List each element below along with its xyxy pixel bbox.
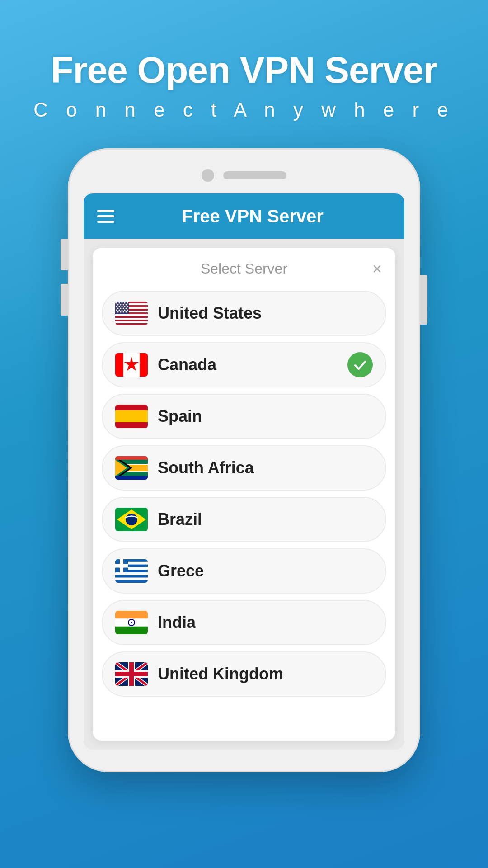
- phone-screen: Free VPN Server Select Server ×: [84, 193, 404, 750]
- svg-point-24: [123, 308, 124, 309]
- phone-top-bar: [77, 162, 411, 189]
- svg-rect-47: [115, 456, 148, 460]
- svg-point-10: [122, 302, 123, 304]
- phone-side-buttons-right: [420, 275, 427, 325]
- menu-button[interactable]: [97, 210, 114, 223]
- server-item-br[interactable]: Brazil: [102, 497, 386, 542]
- hamburger-line-1: [97, 210, 114, 212]
- app-title: Free VPN Server: [114, 206, 391, 226]
- svg-point-27: [119, 310, 120, 311]
- svg-point-9: [119, 302, 120, 304]
- hamburger-line-3: [97, 221, 114, 223]
- svg-point-33: [123, 311, 124, 313]
- server-name-in: India: [158, 613, 373, 632]
- phone-mockup: Free VPN Server Select Server ×: [68, 148, 420, 772]
- svg-rect-56: [115, 575, 148, 578]
- server-name-gr: Grece: [158, 561, 373, 580]
- svg-rect-60: [115, 564, 128, 568]
- svg-point-19: [122, 306, 123, 307]
- svg-rect-62: [115, 611, 148, 618]
- svg-rect-4: [115, 314, 148, 316]
- server-item-gr[interactable]: Grece: [102, 548, 386, 594]
- flag-in: [115, 611, 148, 634]
- svg-point-65: [131, 622, 132, 623]
- svg-point-23: [120, 308, 122, 309]
- flag-es: [115, 405, 148, 428]
- server-item-za[interactable]: South Africa: [102, 445, 386, 491]
- server-item-ca[interactable]: Canada: [102, 342, 386, 387]
- svg-rect-63: [115, 627, 148, 634]
- server-list: United States Canada: [93, 286, 395, 741]
- svg-point-22: [117, 308, 119, 309]
- svg-point-29: [124, 310, 126, 311]
- server-name-br: Brazil: [158, 510, 373, 529]
- svg-point-25: [126, 308, 127, 309]
- server-item-in[interactable]: India: [102, 600, 386, 645]
- flag-ca: [115, 353, 148, 377]
- svg-rect-74: [115, 672, 148, 676]
- flag-gr: [115, 559, 148, 583]
- svg-rect-6: [115, 321, 148, 323]
- app-headline: Free Open VPN Server: [33, 50, 455, 90]
- hamburger-line-2: [97, 215, 114, 217]
- svg-rect-36: [140, 353, 148, 377]
- svg-point-20: [124, 306, 126, 307]
- server-name-es: Spain: [158, 407, 373, 426]
- svg-rect-40: [115, 410, 148, 422]
- flag-za: [115, 456, 148, 480]
- svg-rect-48: [115, 476, 148, 480]
- svg-point-21: [127, 306, 128, 307]
- flag-us: [115, 302, 148, 325]
- svg-rect-57: [115, 580, 148, 583]
- svg-point-51: [126, 514, 137, 525]
- svg-point-8: [116, 302, 117, 304]
- volume-up-button[interactable]: [61, 239, 68, 270]
- svg-point-26: [116, 310, 117, 311]
- svg-point-30: [127, 310, 128, 311]
- volume-down-button[interactable]: [61, 284, 68, 316]
- server-name-us: United States: [158, 304, 373, 323]
- svg-point-31: [117, 311, 119, 313]
- server-name-gb: United Kingdom: [158, 665, 373, 684]
- svg-point-13: [117, 304, 119, 306]
- app-header-bar: Free VPN Server: [84, 193, 404, 239]
- svg-rect-5: [115, 318, 148, 320]
- svg-point-15: [123, 304, 124, 306]
- server-selection-modal: Select Server ×: [93, 248, 395, 741]
- svg-point-18: [119, 306, 120, 307]
- svg-point-16: [126, 304, 127, 306]
- svg-point-14: [120, 304, 122, 306]
- selected-badge-ca: [347, 352, 373, 377]
- server-name-za: South Africa: [158, 458, 373, 477]
- front-camera: [202, 169, 214, 182]
- modal-header: Select Server ×: [93, 248, 395, 286]
- svg-point-11: [124, 302, 126, 304]
- svg-point-32: [120, 311, 122, 313]
- modal-title: Select Server: [201, 260, 287, 277]
- server-item-us[interactable]: United States: [102, 291, 386, 336]
- close-button[interactable]: ×: [372, 261, 382, 277]
- power-button[interactable]: [420, 275, 427, 325]
- earpiece-speaker: [223, 171, 286, 179]
- app-subheadline: C o n n e c t A n y w h e r e: [33, 99, 455, 121]
- svg-rect-35: [115, 353, 123, 377]
- svg-point-17: [116, 306, 117, 307]
- flag-br: [115, 508, 148, 531]
- server-name-ca: Canada: [158, 355, 338, 374]
- svg-point-12: [127, 302, 128, 304]
- server-item-gb[interactable]: United Kingdom: [102, 651, 386, 697]
- svg-point-34: [126, 311, 127, 313]
- svg-point-28: [122, 310, 123, 311]
- phone-side-buttons-left: [61, 239, 68, 316]
- flag-gb: [115, 662, 148, 686]
- server-item-es[interactable]: Spain: [102, 394, 386, 439]
